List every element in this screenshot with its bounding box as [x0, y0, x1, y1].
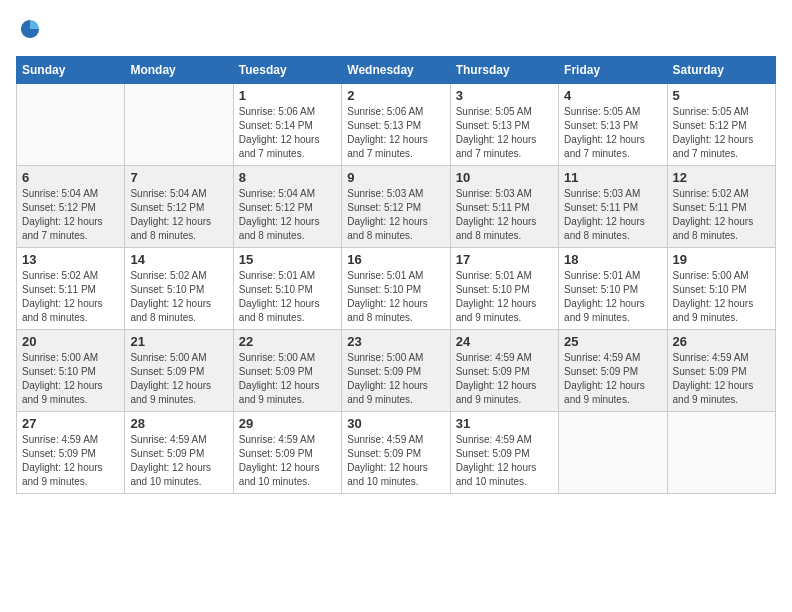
day-number: 14	[130, 252, 227, 267]
day-number: 25	[564, 334, 661, 349]
day-number: 26	[673, 334, 770, 349]
day-info: Sunrise: 5:01 AM Sunset: 5:10 PM Dayligh…	[239, 269, 336, 325]
day-info: Sunrise: 5:05 AM Sunset: 5:13 PM Dayligh…	[564, 105, 661, 161]
day-info: Sunrise: 5:06 AM Sunset: 5:14 PM Dayligh…	[239, 105, 336, 161]
day-info: Sunrise: 4:59 AM Sunset: 5:09 PM Dayligh…	[239, 433, 336, 489]
day-number: 5	[673, 88, 770, 103]
header-row: SundayMondayTuesdayWednesdayThursdayFrid…	[17, 57, 776, 84]
calendar-day-cell: 1Sunrise: 5:06 AM Sunset: 5:14 PM Daylig…	[233, 84, 341, 166]
day-info: Sunrise: 4:59 AM Sunset: 5:09 PM Dayligh…	[22, 433, 119, 489]
calendar-day-cell: 6Sunrise: 5:04 AM Sunset: 5:12 PM Daylig…	[17, 166, 125, 248]
day-number: 10	[456, 170, 553, 185]
calendar-day-cell: 4Sunrise: 5:05 AM Sunset: 5:13 PM Daylig…	[559, 84, 667, 166]
calendar-day-cell: 17Sunrise: 5:01 AM Sunset: 5:10 PM Dayli…	[450, 248, 558, 330]
day-info: Sunrise: 4:59 AM Sunset: 5:09 PM Dayligh…	[456, 351, 553, 407]
day-info: Sunrise: 5:02 AM Sunset: 5:11 PM Dayligh…	[673, 187, 770, 243]
day-info: Sunrise: 5:01 AM Sunset: 5:10 PM Dayligh…	[564, 269, 661, 325]
day-number: 29	[239, 416, 336, 431]
calendar-day-cell: 30Sunrise: 4:59 AM Sunset: 5:09 PM Dayli…	[342, 412, 450, 494]
calendar-day-cell: 11Sunrise: 5:03 AM Sunset: 5:11 PM Dayli…	[559, 166, 667, 248]
day-number: 15	[239, 252, 336, 267]
day-number: 3	[456, 88, 553, 103]
day-number: 28	[130, 416, 227, 431]
day-number: 18	[564, 252, 661, 267]
calendar-day-cell	[667, 412, 775, 494]
day-info: Sunrise: 5:04 AM Sunset: 5:12 PM Dayligh…	[22, 187, 119, 243]
day-info: Sunrise: 5:03 AM Sunset: 5:12 PM Dayligh…	[347, 187, 444, 243]
day-info: Sunrise: 5:02 AM Sunset: 5:10 PM Dayligh…	[130, 269, 227, 325]
calendar-day-cell: 28Sunrise: 4:59 AM Sunset: 5:09 PM Dayli…	[125, 412, 233, 494]
day-number: 16	[347, 252, 444, 267]
logo	[16, 16, 48, 44]
day-info: Sunrise: 4:59 AM Sunset: 5:09 PM Dayligh…	[673, 351, 770, 407]
calendar-day-cell: 26Sunrise: 4:59 AM Sunset: 5:09 PM Dayli…	[667, 330, 775, 412]
day-info: Sunrise: 5:04 AM Sunset: 5:12 PM Dayligh…	[130, 187, 227, 243]
calendar-day-cell: 25Sunrise: 4:59 AM Sunset: 5:09 PM Dayli…	[559, 330, 667, 412]
day-info: Sunrise: 5:00 AM Sunset: 5:09 PM Dayligh…	[239, 351, 336, 407]
day-number: 27	[22, 416, 119, 431]
day-number: 8	[239, 170, 336, 185]
day-number: 30	[347, 416, 444, 431]
day-number: 7	[130, 170, 227, 185]
day-info: Sunrise: 5:00 AM Sunset: 5:09 PM Dayligh…	[347, 351, 444, 407]
calendar-day-cell	[17, 84, 125, 166]
calendar-day-cell: 3Sunrise: 5:05 AM Sunset: 5:13 PM Daylig…	[450, 84, 558, 166]
calendar-week-row: 1Sunrise: 5:06 AM Sunset: 5:14 PM Daylig…	[17, 84, 776, 166]
weekday-header: Sunday	[17, 57, 125, 84]
header	[16, 16, 776, 44]
weekday-header: Monday	[125, 57, 233, 84]
calendar-day-cell: 7Sunrise: 5:04 AM Sunset: 5:12 PM Daylig…	[125, 166, 233, 248]
day-number: 31	[456, 416, 553, 431]
weekday-header: Tuesday	[233, 57, 341, 84]
day-number: 23	[347, 334, 444, 349]
day-number: 13	[22, 252, 119, 267]
calendar-day-cell: 19Sunrise: 5:00 AM Sunset: 5:10 PM Dayli…	[667, 248, 775, 330]
day-number: 20	[22, 334, 119, 349]
day-info: Sunrise: 5:03 AM Sunset: 5:11 PM Dayligh…	[564, 187, 661, 243]
day-info: Sunrise: 5:01 AM Sunset: 5:10 PM Dayligh…	[456, 269, 553, 325]
day-number: 24	[456, 334, 553, 349]
calendar-day-cell: 29Sunrise: 4:59 AM Sunset: 5:09 PM Dayli…	[233, 412, 341, 494]
calendar-day-cell	[125, 84, 233, 166]
day-number: 22	[239, 334, 336, 349]
day-info: Sunrise: 5:05 AM Sunset: 5:13 PM Dayligh…	[456, 105, 553, 161]
calendar-day-cell: 2Sunrise: 5:06 AM Sunset: 5:13 PM Daylig…	[342, 84, 450, 166]
day-info: Sunrise: 5:03 AM Sunset: 5:11 PM Dayligh…	[456, 187, 553, 243]
calendar-day-cell: 10Sunrise: 5:03 AM Sunset: 5:11 PM Dayli…	[450, 166, 558, 248]
calendar-week-row: 6Sunrise: 5:04 AM Sunset: 5:12 PM Daylig…	[17, 166, 776, 248]
calendar-week-row: 27Sunrise: 4:59 AM Sunset: 5:09 PM Dayli…	[17, 412, 776, 494]
day-number: 1	[239, 88, 336, 103]
weekday-header: Wednesday	[342, 57, 450, 84]
day-info: Sunrise: 5:05 AM Sunset: 5:12 PM Dayligh…	[673, 105, 770, 161]
calendar-day-cell: 20Sunrise: 5:00 AM Sunset: 5:10 PM Dayli…	[17, 330, 125, 412]
calendar-day-cell: 18Sunrise: 5:01 AM Sunset: 5:10 PM Dayli…	[559, 248, 667, 330]
calendar-day-cell: 8Sunrise: 5:04 AM Sunset: 5:12 PM Daylig…	[233, 166, 341, 248]
day-info: Sunrise: 4:59 AM Sunset: 5:09 PM Dayligh…	[130, 433, 227, 489]
calendar-day-cell: 13Sunrise: 5:02 AM Sunset: 5:11 PM Dayli…	[17, 248, 125, 330]
weekday-header: Friday	[559, 57, 667, 84]
day-info: Sunrise: 4:59 AM Sunset: 5:09 PM Dayligh…	[347, 433, 444, 489]
day-number: 6	[22, 170, 119, 185]
day-info: Sunrise: 5:00 AM Sunset: 5:09 PM Dayligh…	[130, 351, 227, 407]
calendar-week-row: 20Sunrise: 5:00 AM Sunset: 5:10 PM Dayli…	[17, 330, 776, 412]
calendar-day-cell: 9Sunrise: 5:03 AM Sunset: 5:12 PM Daylig…	[342, 166, 450, 248]
day-info: Sunrise: 5:02 AM Sunset: 5:11 PM Dayligh…	[22, 269, 119, 325]
day-number: 11	[564, 170, 661, 185]
weekday-header: Thursday	[450, 57, 558, 84]
day-info: Sunrise: 4:59 AM Sunset: 5:09 PM Dayligh…	[564, 351, 661, 407]
day-number: 9	[347, 170, 444, 185]
day-number: 4	[564, 88, 661, 103]
calendar-table: SundayMondayTuesdayWednesdayThursdayFrid…	[16, 56, 776, 494]
calendar-day-cell	[559, 412, 667, 494]
calendar-day-cell: 23Sunrise: 5:00 AM Sunset: 5:09 PM Dayli…	[342, 330, 450, 412]
calendar-week-row: 13Sunrise: 5:02 AM Sunset: 5:11 PM Dayli…	[17, 248, 776, 330]
calendar-day-cell: 16Sunrise: 5:01 AM Sunset: 5:10 PM Dayli…	[342, 248, 450, 330]
day-info: Sunrise: 5:04 AM Sunset: 5:12 PM Dayligh…	[239, 187, 336, 243]
day-number: 21	[130, 334, 227, 349]
calendar-day-cell: 5Sunrise: 5:05 AM Sunset: 5:12 PM Daylig…	[667, 84, 775, 166]
weekday-header: Saturday	[667, 57, 775, 84]
day-number: 19	[673, 252, 770, 267]
calendar-day-cell: 27Sunrise: 4:59 AM Sunset: 5:09 PM Dayli…	[17, 412, 125, 494]
day-info: Sunrise: 5:01 AM Sunset: 5:10 PM Dayligh…	[347, 269, 444, 325]
calendar-day-cell: 24Sunrise: 4:59 AM Sunset: 5:09 PM Dayli…	[450, 330, 558, 412]
